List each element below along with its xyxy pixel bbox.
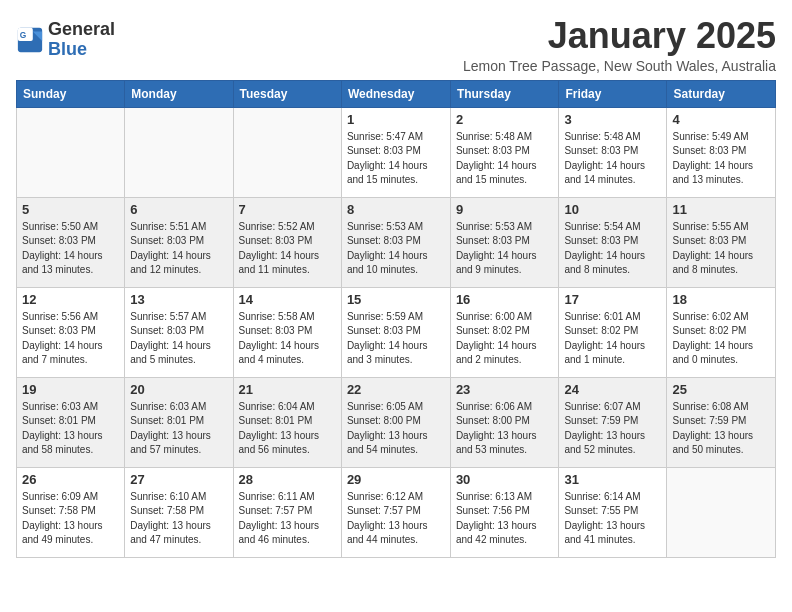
day-number: 21 [239, 382, 336, 397]
day-info: Sunrise: 6:14 AMSunset: 7:55 PMDaylight:… [564, 490, 661, 548]
day-number: 11 [672, 202, 770, 217]
table-row: 20Sunrise: 6:03 AMSunset: 8:01 PMDayligh… [125, 377, 233, 467]
table-row: 17Sunrise: 6:01 AMSunset: 8:02 PMDayligh… [559, 287, 667, 377]
table-row [125, 107, 233, 197]
day-number: 27 [130, 472, 227, 487]
col-saturday: Saturday [667, 80, 776, 107]
table-row: 6Sunrise: 5:51 AMSunset: 8:03 PMDaylight… [125, 197, 233, 287]
day-number: 16 [456, 292, 554, 307]
day-info: Sunrise: 5:53 AMSunset: 8:03 PMDaylight:… [347, 220, 445, 278]
table-row: 7Sunrise: 5:52 AMSunset: 8:03 PMDaylight… [233, 197, 341, 287]
table-row: 1Sunrise: 5:47 AMSunset: 8:03 PMDaylight… [341, 107, 450, 197]
day-number: 3 [564, 112, 661, 127]
table-row: 12Sunrise: 5:56 AMSunset: 8:03 PMDayligh… [17, 287, 125, 377]
day-number: 31 [564, 472, 661, 487]
table-row: 22Sunrise: 6:05 AMSunset: 8:00 PMDayligh… [341, 377, 450, 467]
day-info: Sunrise: 6:09 AMSunset: 7:58 PMDaylight:… [22, 490, 119, 548]
table-row: 15Sunrise: 5:59 AMSunset: 8:03 PMDayligh… [341, 287, 450, 377]
table-row: 27Sunrise: 6:10 AMSunset: 7:58 PMDayligh… [125, 467, 233, 557]
day-number: 20 [130, 382, 227, 397]
table-row: 9Sunrise: 5:53 AMSunset: 8:03 PMDaylight… [450, 197, 559, 287]
logo-text: GeneralBlue [48, 20, 115, 60]
day-info: Sunrise: 5:47 AMSunset: 8:03 PMDaylight:… [347, 130, 445, 188]
day-info: Sunrise: 5:53 AMSunset: 8:03 PMDaylight:… [456, 220, 554, 278]
calendar-header-row: Sunday Monday Tuesday Wednesday Thursday… [17, 80, 776, 107]
day-info: Sunrise: 6:02 AMSunset: 8:02 PMDaylight:… [672, 310, 770, 368]
table-row: 14Sunrise: 5:58 AMSunset: 8:03 PMDayligh… [233, 287, 341, 377]
table-row: 25Sunrise: 6:08 AMSunset: 7:59 PMDayligh… [667, 377, 776, 467]
day-number: 15 [347, 292, 445, 307]
day-number: 6 [130, 202, 227, 217]
day-number: 1 [347, 112, 445, 127]
table-row: 19Sunrise: 6:03 AMSunset: 8:01 PMDayligh… [17, 377, 125, 467]
day-info: Sunrise: 6:08 AMSunset: 7:59 PMDaylight:… [672, 400, 770, 458]
day-info: Sunrise: 5:50 AMSunset: 8:03 PMDaylight:… [22, 220, 119, 278]
table-row: 3Sunrise: 5:48 AMSunset: 8:03 PMDaylight… [559, 107, 667, 197]
day-info: Sunrise: 5:49 AMSunset: 8:03 PMDaylight:… [672, 130, 770, 188]
table-row: 18Sunrise: 6:02 AMSunset: 8:02 PMDayligh… [667, 287, 776, 377]
day-info: Sunrise: 5:51 AMSunset: 8:03 PMDaylight:… [130, 220, 227, 278]
day-number: 12 [22, 292, 119, 307]
svg-text:G: G [20, 30, 27, 40]
day-info: Sunrise: 5:57 AMSunset: 8:03 PMDaylight:… [130, 310, 227, 368]
day-info: Sunrise: 6:03 AMSunset: 8:01 PMDaylight:… [22, 400, 119, 458]
day-number: 17 [564, 292, 661, 307]
day-number: 23 [456, 382, 554, 397]
day-info: Sunrise: 6:12 AMSunset: 7:57 PMDaylight:… [347, 490, 445, 548]
day-info: Sunrise: 5:48 AMSunset: 8:03 PMDaylight:… [456, 130, 554, 188]
table-row: 26Sunrise: 6:09 AMSunset: 7:58 PMDayligh… [17, 467, 125, 557]
table-row: 31Sunrise: 6:14 AMSunset: 7:55 PMDayligh… [559, 467, 667, 557]
day-number: 10 [564, 202, 661, 217]
day-number: 8 [347, 202, 445, 217]
day-number: 9 [456, 202, 554, 217]
table-row: 10Sunrise: 5:54 AMSunset: 8:03 PMDayligh… [559, 197, 667, 287]
day-info: Sunrise: 6:11 AMSunset: 7:57 PMDaylight:… [239, 490, 336, 548]
day-number: 30 [456, 472, 554, 487]
day-number: 22 [347, 382, 445, 397]
table-row: 21Sunrise: 6:04 AMSunset: 8:01 PMDayligh… [233, 377, 341, 467]
day-info: Sunrise: 6:13 AMSunset: 7:56 PMDaylight:… [456, 490, 554, 548]
table-row [17, 107, 125, 197]
calendar-week-row: 19Sunrise: 6:03 AMSunset: 8:01 PMDayligh… [17, 377, 776, 467]
month-title: January 2025 [463, 16, 776, 56]
table-row: 23Sunrise: 6:06 AMSunset: 8:00 PMDayligh… [450, 377, 559, 467]
day-info: Sunrise: 5:59 AMSunset: 8:03 PMDaylight:… [347, 310, 445, 368]
table-row: 28Sunrise: 6:11 AMSunset: 7:57 PMDayligh… [233, 467, 341, 557]
day-number: 24 [564, 382, 661, 397]
title-section: January 2025 Lemon Tree Passage, New Sou… [463, 16, 776, 74]
day-info: Sunrise: 6:10 AMSunset: 7:58 PMDaylight:… [130, 490, 227, 548]
calendar-table: Sunday Monday Tuesday Wednesday Thursday… [16, 80, 776, 558]
table-row: 24Sunrise: 6:07 AMSunset: 7:59 PMDayligh… [559, 377, 667, 467]
logo: G GeneralBlue [16, 20, 115, 60]
table-row: 8Sunrise: 5:53 AMSunset: 8:03 PMDaylight… [341, 197, 450, 287]
day-info: Sunrise: 5:58 AMSunset: 8:03 PMDaylight:… [239, 310, 336, 368]
day-info: Sunrise: 6:01 AMSunset: 8:02 PMDaylight:… [564, 310, 661, 368]
calendar-week-row: 1Sunrise: 5:47 AMSunset: 8:03 PMDaylight… [17, 107, 776, 197]
table-row: 4Sunrise: 5:49 AMSunset: 8:03 PMDaylight… [667, 107, 776, 197]
logo-icon: G [16, 26, 44, 54]
day-number: 18 [672, 292, 770, 307]
calendar-week-row: 12Sunrise: 5:56 AMSunset: 8:03 PMDayligh… [17, 287, 776, 377]
day-number: 5 [22, 202, 119, 217]
day-number: 7 [239, 202, 336, 217]
day-number: 2 [456, 112, 554, 127]
day-info: Sunrise: 5:55 AMSunset: 8:03 PMDaylight:… [672, 220, 770, 278]
col-monday: Monday [125, 80, 233, 107]
table-row: 5Sunrise: 5:50 AMSunset: 8:03 PMDaylight… [17, 197, 125, 287]
day-info: Sunrise: 6:03 AMSunset: 8:01 PMDaylight:… [130, 400, 227, 458]
day-number: 25 [672, 382, 770, 397]
location-title: Lemon Tree Passage, New South Wales, Aus… [463, 58, 776, 74]
day-number: 29 [347, 472, 445, 487]
table-row: 29Sunrise: 6:12 AMSunset: 7:57 PMDayligh… [341, 467, 450, 557]
table-row: 16Sunrise: 6:00 AMSunset: 8:02 PMDayligh… [450, 287, 559, 377]
table-row: 13Sunrise: 5:57 AMSunset: 8:03 PMDayligh… [125, 287, 233, 377]
page-header: G GeneralBlue January 2025 Lemon Tree Pa… [16, 16, 776, 74]
day-info: Sunrise: 6:07 AMSunset: 7:59 PMDaylight:… [564, 400, 661, 458]
day-info: Sunrise: 5:48 AMSunset: 8:03 PMDaylight:… [564, 130, 661, 188]
day-number: 14 [239, 292, 336, 307]
table-row [667, 467, 776, 557]
col-friday: Friday [559, 80, 667, 107]
day-info: Sunrise: 6:05 AMSunset: 8:00 PMDaylight:… [347, 400, 445, 458]
day-number: 19 [22, 382, 119, 397]
table-row: 11Sunrise: 5:55 AMSunset: 8:03 PMDayligh… [667, 197, 776, 287]
